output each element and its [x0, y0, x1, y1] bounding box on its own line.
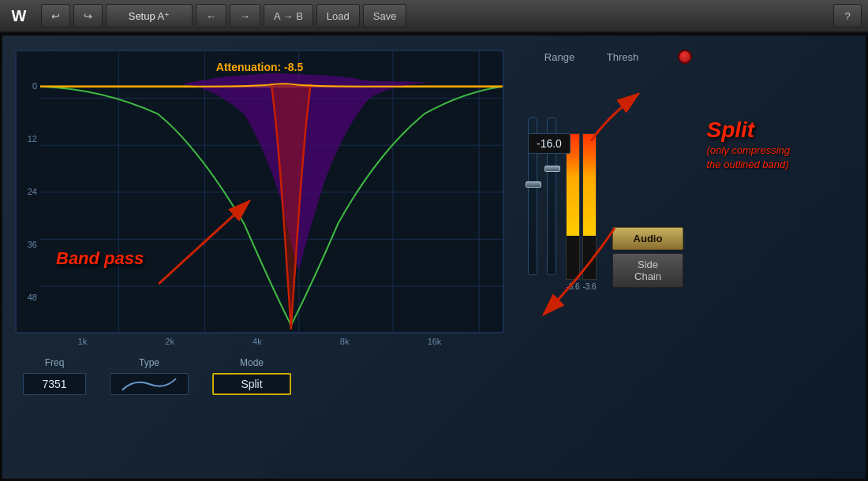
sidechain-button[interactable]: Side Chain	[612, 253, 683, 288]
setup-button[interactable]: Setup A⁺	[106, 4, 193, 28]
mode-label: Mode	[240, 357, 264, 368]
split-subtitle-2: the outlined band)	[707, 158, 791, 170]
y-label-48: 48	[17, 293, 40, 302]
freq-group: Freq	[23, 357, 86, 395]
eq-svg	[40, 51, 503, 334]
meter-val-2: -3.6	[582, 282, 596, 291]
type-group: Type	[110, 357, 189, 395]
x-label-16k: 16k	[428, 337, 442, 346]
mode-display[interactable]: Split	[212, 373, 291, 395]
eq-display[interactable]: 0 12 24 36 48	[15, 50, 504, 334]
y-label-0: 0	[17, 81, 40, 91]
mode-group: Mode Split	[212, 357, 291, 395]
y-label-24: 24	[17, 187, 40, 196]
audio-button[interactable]: Audio	[612, 227, 683, 250]
range-slider-thumb[interactable]	[526, 181, 541, 188]
main-panel: 0 12 24 36 48	[0, 33, 868, 481]
type-curve-icon	[118, 375, 180, 393]
range-label: Range	[528, 51, 591, 63]
help-button[interactable]: ?	[833, 4, 862, 28]
y-axis-labels: 0 12 24 36 48	[17, 51, 40, 332]
eq-section: 0 12 24 36 48	[15, 50, 504, 466]
split-subtitle-1: (only compressing	[707, 143, 791, 158]
meter-group: -3.6 -3.6	[566, 133, 597, 291]
value-box: -16.0	[528, 133, 571, 154]
x-axis-labels: 1k 2k 4k 8k 16k	[15, 334, 504, 346]
right-section: Range Thresh -16.0 Split (only compressi…	[514, 50, 853, 466]
band-pass-label: Band pass	[56, 248, 144, 269]
y-label-12: 12	[17, 134, 40, 144]
range-thresh-row: Range Thresh	[520, 50, 853, 64]
type-label: Type	[139, 357, 159, 368]
save-button[interactable]: Save	[363, 4, 407, 28]
ab-button[interactable]: A → B	[264, 4, 313, 28]
waves-logo: W	[6, 7, 32, 25]
thresh-label: Thresh	[591, 51, 654, 63]
load-button[interactable]: Load	[316, 4, 360, 28]
split-annotation: Split (only compressing the outlined ban…	[707, 117, 791, 170]
type-display[interactable]	[110, 373, 189, 395]
freq-input[interactable]	[23, 373, 86, 395]
x-label-2k: 2k	[165, 337, 174, 346]
thresh-knob[interactable]	[678, 50, 692, 64]
x-label-4k: 4k	[253, 337, 262, 346]
freq-label: Freq	[45, 357, 65, 368]
x-label-8k: 8k	[340, 337, 350, 346]
meter-bar-2	[582, 133, 597, 280]
audio-sidechain-group: Audio Side Chain	[612, 227, 683, 291]
thresh-slider-thumb[interactable]	[544, 166, 560, 172]
meter-val-1: -3.6	[566, 282, 579, 291]
split-title: Split	[707, 117, 791, 143]
toolbar: W ↩ ↪ Setup A⁺ ← → A → B Load Save ?	[0, 0, 868, 33]
undo-button[interactable]: ↩	[41, 4, 70, 28]
y-label-36: 36	[17, 240, 40, 249]
right-arrow-button[interactable]: →	[230, 4, 260, 28]
left-arrow-button[interactable]: ←	[196, 4, 226, 28]
x-label-1k: 1k	[78, 337, 88, 346]
redo-button[interactable]: ↪	[73, 4, 103, 28]
eq-controls: Freq Type Mode Split	[15, 346, 504, 395]
meter-bar-1	[566, 133, 580, 280]
